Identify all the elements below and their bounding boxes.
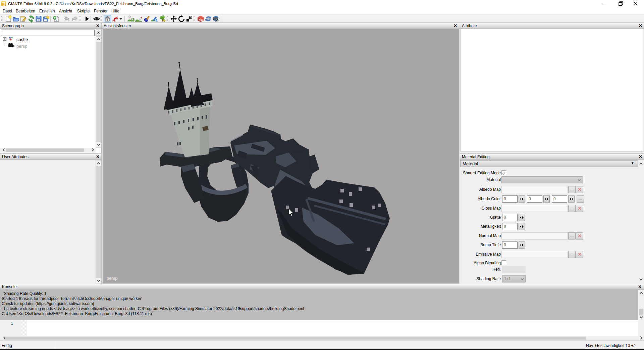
svg-text:B: B xyxy=(201,19,203,22)
svg-text:i: i xyxy=(156,19,157,21)
svg-text:A: A xyxy=(199,18,201,21)
